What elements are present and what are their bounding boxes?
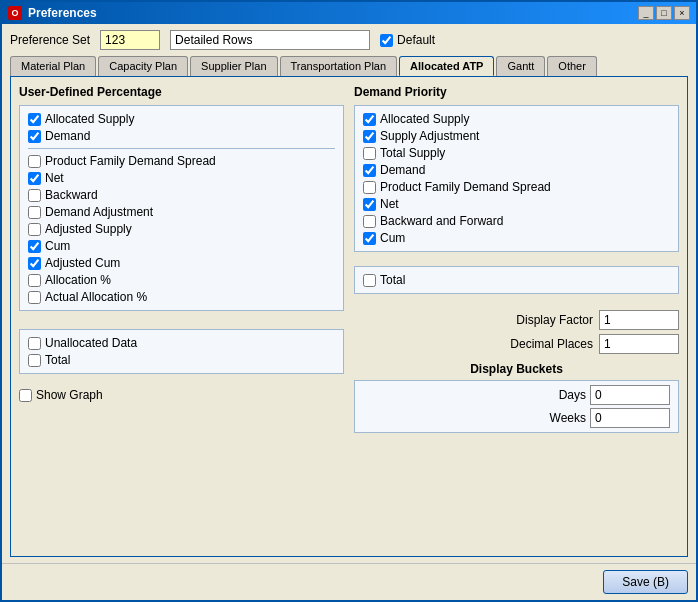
- dp-supply-adj-row: Supply Adjustment: [363, 129, 670, 143]
- minimize-button[interactable]: _: [638, 6, 654, 20]
- dp-total-checkbox[interactable]: [363, 274, 376, 287]
- decimal-places-row: Decimal Places: [354, 334, 679, 354]
- display-factor-label: Display Factor: [493, 313, 593, 327]
- tab-capacity-plan[interactable]: Capacity Plan: [98, 56, 188, 76]
- udp-backward-label: Backward: [45, 188, 98, 202]
- maximize-button[interactable]: □: [656, 6, 672, 20]
- tab-transportation-plan[interactable]: Transportation Plan: [280, 56, 398, 76]
- dp-supply-adj-label: Supply Adjustment: [380, 129, 479, 143]
- title-bar: O Preferences _ □ ×: [2, 2, 696, 24]
- dp-cum-label: Cum: [380, 231, 405, 245]
- window-content: Preference Set Default Material Plan Cap…: [2, 24, 696, 563]
- tab-allocated-atp[interactable]: Allocated ATP: [399, 56, 494, 76]
- udp-demand-adj-label: Demand Adjustment: [45, 205, 153, 219]
- tab-other[interactable]: Other: [547, 56, 597, 76]
- udp-allocated-supply-label: Allocated Supply: [45, 112, 134, 126]
- dp-baf-checkbox[interactable]: [363, 215, 376, 228]
- udp-cum-label: Cum: [45, 239, 70, 253]
- udp-adj-cum-row: Adjusted Cum: [28, 256, 335, 270]
- tab-supplier-plan[interactable]: Supplier Plan: [190, 56, 277, 76]
- close-button[interactable]: ×: [674, 6, 690, 20]
- udp-title: User-Defined Percentage: [19, 85, 344, 99]
- dp-demand-checkbox[interactable]: [363, 164, 376, 177]
- udp-adj-cum-checkbox[interactable]: [28, 257, 41, 270]
- dp-net-row: Net: [363, 197, 670, 211]
- lb-total-checkbox[interactable]: [28, 354, 41, 367]
- udp-cum-checkbox[interactable]: [28, 240, 41, 253]
- udp-demand-checkbox[interactable]: [28, 130, 41, 143]
- decimal-places-label: Decimal Places: [493, 337, 593, 351]
- dp-net-checkbox[interactable]: [363, 198, 376, 211]
- display-buckets-section: Display Buckets Days Weeks: [354, 362, 679, 433]
- days-input[interactable]: [590, 385, 670, 405]
- dp-pfds-label: Product Family Demand Spread: [380, 180, 551, 194]
- udp-actual-alloc-pct-label: Actual Allocation %: [45, 290, 147, 304]
- dp-pfds-checkbox[interactable]: [363, 181, 376, 194]
- udp-alloc-pct-checkbox[interactable]: [28, 274, 41, 287]
- days-label: Days: [546, 388, 586, 402]
- udp-backward-checkbox[interactable]: [28, 189, 41, 202]
- preference-set-input[interactable]: [100, 30, 160, 50]
- dp-demand-row: Demand: [363, 163, 670, 177]
- udp-demand-adj-checkbox[interactable]: [28, 206, 41, 219]
- preference-set-label: Preference Set: [10, 33, 90, 47]
- default-label: Default: [397, 33, 435, 47]
- unalloc-data-checkbox[interactable]: [28, 337, 41, 350]
- udp-demand-adj-row: Demand Adjustment: [28, 205, 335, 219]
- weeks-label: Weeks: [546, 411, 586, 425]
- dp-total-row: Total: [363, 273, 670, 287]
- dp-baf-label: Backward and Forward: [380, 214, 503, 228]
- dp-total-supply-checkbox[interactable]: [363, 147, 376, 160]
- dp-cum-checkbox[interactable]: [363, 232, 376, 245]
- dp-alloc-supply-row: Allocated Supply: [363, 112, 670, 126]
- udp-alloc-pct-row: Allocation %: [28, 273, 335, 287]
- dp-supply-adj-checkbox[interactable]: [363, 130, 376, 143]
- udp-pfds-label: Product Family Demand Spread: [45, 154, 216, 168]
- udp-adj-supply-checkbox[interactable]: [28, 223, 41, 236]
- preferences-window: O Preferences _ □ × Preference Set Defau…: [0, 0, 698, 602]
- udp-allocated-supply-row: Allocated Supply: [28, 112, 335, 126]
- preference-name-input[interactable]: [170, 30, 370, 50]
- dp-alloc-supply-checkbox[interactable]: [363, 113, 376, 126]
- udp-adj-supply-label: Adjusted Supply: [45, 222, 132, 236]
- dp-total-supply-row: Total Supply: [363, 146, 670, 160]
- dp-title: Demand Priority: [354, 85, 679, 99]
- right-panel: Demand Priority Allocated Supply Supply …: [354, 85, 679, 548]
- dp-cum-row: Cum: [363, 231, 670, 245]
- display-factor-row: Display Factor: [354, 310, 679, 330]
- buckets-box: Days Weeks: [354, 380, 679, 433]
- dp-alloc-supply-label: Allocated Supply: [380, 112, 469, 126]
- left-bottom-box: Unallocated Data Total: [19, 329, 344, 374]
- udp-net-checkbox[interactable]: [28, 172, 41, 185]
- show-graph-checkbox[interactable]: [19, 389, 32, 402]
- tab-gantt[interactable]: Gantt: [496, 56, 545, 76]
- dp-total-supply-label: Total Supply: [380, 146, 445, 160]
- lb-total-row: Total: [28, 353, 335, 367]
- decimal-places-input[interactable]: [599, 334, 679, 354]
- udp-demand-row: Demand: [28, 129, 335, 143]
- window-title: Preferences: [28, 6, 632, 20]
- dp-net-label: Net: [380, 197, 399, 211]
- save-button[interactable]: Save (B): [603, 570, 688, 594]
- weeks-input[interactable]: [590, 408, 670, 428]
- udp-backward-row: Backward: [28, 188, 335, 202]
- display-factor-input[interactable]: [599, 310, 679, 330]
- default-checkbox-area: Default: [380, 33, 435, 47]
- dp-baf-row: Backward and Forward: [363, 214, 670, 228]
- days-row: Days: [363, 385, 670, 405]
- dp-pfds-row: Product Family Demand Spread: [363, 180, 670, 194]
- udp-pfds-checkbox[interactable]: [28, 155, 41, 168]
- udp-actual-alloc-pct-checkbox[interactable]: [28, 291, 41, 304]
- show-graph-row: Show Graph: [19, 388, 344, 402]
- weeks-row: Weeks: [363, 408, 670, 428]
- app-icon: O: [8, 6, 22, 20]
- udp-cum-row: Cum: [28, 239, 335, 253]
- default-checkbox[interactable]: [380, 34, 393, 47]
- unalloc-data-row: Unallocated Data: [28, 336, 335, 350]
- udp-allocated-supply-checkbox[interactable]: [28, 113, 41, 126]
- tab-material-plan[interactable]: Material Plan: [10, 56, 96, 76]
- udp-adj-supply-row: Adjusted Supply: [28, 222, 335, 236]
- dp-total-label: Total: [380, 273, 405, 287]
- dp-demand-label: Demand: [380, 163, 425, 177]
- window-controls: _ □ ×: [638, 6, 690, 20]
